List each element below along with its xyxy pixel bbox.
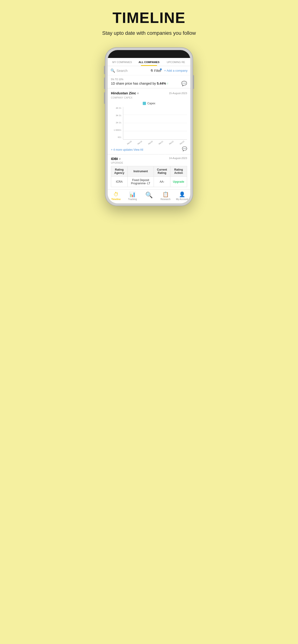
more-updates-text: + 4 more updates View All <box>111 148 143 152</box>
account-icon: 👤 <box>179 192 185 198</box>
timeline-label: Timeline <box>111 198 120 200</box>
tracking-label: Tracking <box>128 198 137 200</box>
page-subtitle: Stay upto date with companies you follow <box>102 30 196 36</box>
idbi-company-name: IDBI <box>111 157 118 161</box>
cell-rating-action: Upgrade <box>170 177 187 187</box>
chart-legend: Capex <box>111 102 187 105</box>
nav-item-search[interactable]: 🔍 <box>141 192 157 200</box>
search-placeholder: Search <box>117 68 128 72</box>
volume-down-button <box>104 92 105 104</box>
y-label-1k: 1 000Cr. <box>114 129 122 131</box>
tab-my-companies[interactable]: MY COMPANIES <box>109 58 136 66</box>
whatsapp-icon-company1[interactable]: 💬 <box>182 146 187 152</box>
company-card-idbi: IDBI ∨ 14-August-2023 UPGRADE Rating Age… <box>108 154 190 190</box>
search-icon: 🔍 <box>111 68 115 73</box>
silent-button <box>104 66 105 74</box>
alert-change: 5.44% <box>157 82 166 85</box>
phone-notch <box>108 50 190 58</box>
page-title: TIMELINE <box>113 9 186 26</box>
view-all-link[interactable]: View All <box>133 148 143 152</box>
col-header-rating-action: Rating Action <box>170 166 187 177</box>
notch-cutout <box>133 50 165 56</box>
add-company-button[interactable]: + Add a company <box>164 69 187 72</box>
chart-y-axis: 4K Cr. 3K Cr. 2K Cr. 1 000Cr. 0Cr. <box>111 107 123 144</box>
bottom-nav: ⏱ Timeline 📊 Tracking 🔍 📋 Research 👤 My … <box>108 190 190 203</box>
nav-item-research[interactable]: 📋 Research <box>157 192 174 200</box>
idbi-tag: UPGRADE <box>111 162 187 164</box>
search-bar: 🔍 Search ⚗ Filter + Add a company <box>108 66 190 75</box>
phone-frame: MY COMPANIES ALL COMPANIES UPCOMING RE 🔍… <box>105 47 193 206</box>
x-label-mar19: Mar19 <box>135 139 144 146</box>
company-tag: COMPANY CAPEX <box>111 96 187 99</box>
tab-all-companies[interactable]: ALL COMPANIES <box>136 58 162 66</box>
rating-header: IDBI ∨ 14-August-2023 <box>111 157 187 161</box>
research-label: Research <box>161 198 171 200</box>
company-date: 15-August-2023 <box>169 92 187 94</box>
x-label-mar20: Mar20 <box>146 139 155 146</box>
power-button <box>193 75 194 89</box>
col-header-agency: Rating Agency <box>111 166 128 177</box>
legend-color-box <box>143 102 146 105</box>
company-header: Hindustan Zinc ∨ 15-August-2023 <box>111 91 187 95</box>
x-label-mar22: Mar22 <box>167 139 176 146</box>
whatsapp-share-icon[interactable]: 💬 <box>181 81 187 86</box>
tracking-icon: 📊 <box>129 192 136 198</box>
table-row: ICRA Fixed Deposit Programme- LT AA- Upg… <box>111 177 187 187</box>
nav-item-account[interactable]: 👤 My Account <box>174 192 190 200</box>
research-icon: 📋 <box>162 192 169 198</box>
nav-item-timeline[interactable]: ⏱ Timeline <box>108 192 124 200</box>
x-label-mar23: Mar23 <box>177 139 186 146</box>
alert-text: 1D share price has changed by 5.44% ↑ <box>111 82 187 85</box>
capex-chart: Capex 4K Cr. 3K Cr. 2K Cr. 1 000Cr. 0Cr. <box>111 101 187 144</box>
company-chevron-icon[interactable]: ∨ <box>137 92 139 95</box>
cell-instrument: Fixed Deposit Programme- LT <box>127 177 154 187</box>
timeline-icon: ⏱ <box>114 192 119 198</box>
x-label-mar21: Mar21 <box>156 139 165 146</box>
y-label-3k: 3K Cr. <box>116 114 122 116</box>
account-label: My Account <box>176 198 188 200</box>
filter-active-dot <box>160 68 162 70</box>
alert-card: 5% TO 10% 1D share price has changed by … <box>108 75 190 88</box>
search-field[interactable]: 🔍 Search <box>111 68 147 73</box>
rating-table: Rating Agency Instrument Current Rating … <box>111 166 187 187</box>
phone-screen: MY COMPANIES ALL COMPANIES UPCOMING RE 🔍… <box>108 50 190 203</box>
filter-icon: ⚗ <box>150 69 153 72</box>
search-nav-icon: 🔍 <box>145 192 153 199</box>
y-label-4k: 4K Cr. <box>116 107 122 109</box>
cell-current-rating: AA- <box>154 177 170 187</box>
idbi-chevron-icon[interactable]: ∨ <box>119 157 121 160</box>
filter-button[interactable]: ⚗ Filter <box>150 69 161 72</box>
y-label-0: 0Cr. <box>118 136 122 138</box>
alert-message: 1D share price has changed by <box>111 82 157 85</box>
company-card-hindustan-zinc: Hindustan Zinc ∨ 15-August-2023 COMPANY … <box>108 88 190 154</box>
nav-item-tracking[interactable]: 📊 Tracking <box>124 192 141 200</box>
x-label-mar18: Mar18 <box>125 139 134 146</box>
company-name: Hindustan Zinc <box>111 91 136 95</box>
legend-label: Capex <box>147 102 155 105</box>
tab-upcoming[interactable]: UPCOMING RE <box>162 58 189 66</box>
top-tab-nav: MY COMPANIES ALL COMPANIES UPCOMING RE <box>108 58 190 66</box>
volume-up-button <box>104 78 105 89</box>
alert-arrow-icon: ↑ <box>167 82 168 85</box>
col-header-current-rating: Current Rating <box>154 166 170 177</box>
alert-label: 5% TO 10% <box>111 78 187 81</box>
cell-agency: ICRA <box>111 177 128 187</box>
y-label-2k: 2K Cr. <box>116 122 122 124</box>
col-header-instrument: Instrument <box>127 166 154 177</box>
idbi-date: 14-August-2023 <box>169 157 187 161</box>
